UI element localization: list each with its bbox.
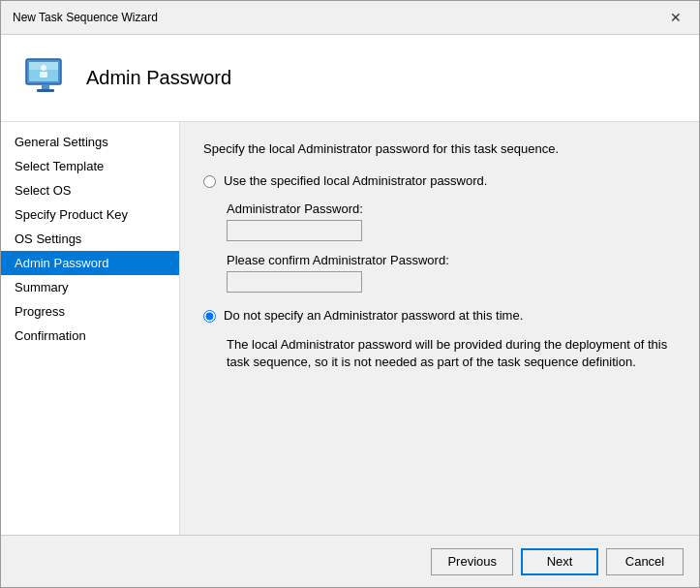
- wizard-icon: [20, 53, 71, 104]
- sidebar-item-progress[interactable]: Progress: [1, 299, 179, 324]
- no-password-label[interactable]: Do not specify an Administrator password…: [224, 308, 523, 323]
- sidebar-item-summary[interactable]: Summary: [1, 275, 179, 299]
- dialog-window: New Task Sequence Wizard ✕ Admin Passwor…: [0, 0, 700, 588]
- sidebar-item-select-os[interactable]: Select OS: [1, 178, 179, 202]
- close-button[interactable]: ✕: [664, 8, 687, 27]
- previous-button[interactable]: Previous: [431, 548, 513, 575]
- radio-option-use-password: Use the specified local Administrator pa…: [203, 173, 676, 188]
- password-field-label: Administrator Password:: [227, 201, 676, 216]
- page-title: Admin Password: [86, 67, 231, 89]
- use-password-radio[interactable]: [203, 175, 216, 188]
- sidebar-item-admin-password[interactable]: Admin Password: [1, 251, 179, 275]
- sidebar-item-general-settings[interactable]: General Settings: [1, 130, 179, 154]
- use-password-label[interactable]: Use the specified local Administrator pa…: [224, 173, 487, 188]
- dialog-title: New Task Sequence Wizard: [13, 11, 158, 24]
- cancel-button[interactable]: Cancel: [606, 548, 684, 575]
- sidebar-item-select-template[interactable]: Select Template: [1, 154, 179, 178]
- instruction-text: Specify the local Administrator password…: [203, 141, 676, 156]
- sidebar: General SettingsSelect TemplateSelect OS…: [1, 122, 180, 535]
- info-text: The local Administrator password will be…: [227, 336, 672, 371]
- confirm-password-input[interactable]: [227, 271, 362, 293]
- sidebar-item-specify-product-key[interactable]: Specify Product Key: [1, 202, 179, 227]
- svg-rect-3: [37, 89, 54, 92]
- confirm-password-label: Please confirm Administrator Password:: [227, 253, 676, 267]
- header: Admin Password: [1, 35, 699, 122]
- content-area: General SettingsSelect TemplateSelect OS…: [1, 122, 699, 535]
- svg-rect-6: [40, 72, 47, 77]
- no-password-radio[interactable]: [203, 310, 216, 323]
- password-fields: Administrator Password: Please confirm A…: [227, 201, 676, 293]
- sidebar-item-confirmation[interactable]: Confirmation: [1, 324, 179, 348]
- main-content: Specify the local Administrator password…: [180, 122, 699, 535]
- title-bar: New Task Sequence Wizard ✕: [1, 1, 699, 35]
- next-button[interactable]: Next: [521, 548, 598, 575]
- radio-option-no-password: Do not specify an Administrator password…: [203, 308, 676, 323]
- footer: Previous Next Cancel: [1, 535, 699, 587]
- svg-point-5: [41, 65, 46, 71]
- admin-password-input[interactable]: [227, 220, 362, 241]
- sidebar-item-os-settings[interactable]: OS Settings: [1, 227, 179, 251]
